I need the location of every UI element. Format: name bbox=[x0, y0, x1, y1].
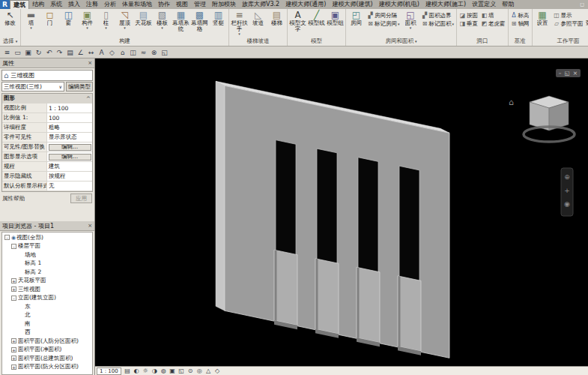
window-opening[interactable] bbox=[398, 166, 421, 356]
edit-type-button[interactable]: 编辑类型 bbox=[66, 82, 93, 92]
save-icon[interactable]: ▣ bbox=[23, 47, 33, 58]
tree-expander[interactable]: - bbox=[11, 244, 16, 249]
ribbon-minimize-icon[interactable]: ◻ bbox=[576, 0, 588, 9]
ribbon-tab[interactable]: 建模大师(施工) bbox=[422, 0, 469, 9]
sun-path-icon[interactable]: ☼ bbox=[142, 368, 150, 374]
apply-button[interactable]: 应用 bbox=[70, 194, 92, 203]
ribbon-tab[interactable]: 协作 bbox=[155, 0, 173, 9]
analytical-model-icon[interactable]: △ bbox=[204, 368, 213, 374]
tree-item[interactable]: - 楼层平面 bbox=[2, 242, 92, 251]
area-button[interactable]: ◱ 面积 ▾ bbox=[401, 10, 420, 37]
ribbon-button[interactable]: ▧ 楼板 ▾ bbox=[153, 10, 172, 37]
navigation-wheel-icon[interactable]: ⊕ bbox=[564, 173, 570, 181]
set-work-plane-button[interactable]: ▦ 设置 bbox=[533, 10, 552, 37]
ribbon-button[interactable]: ≡ 栏杆扶手 ▾ bbox=[230, 10, 249, 37]
tree-item[interactable]: 场地 bbox=[2, 250, 92, 260]
ribbon-tab[interactable]: 帮助 bbox=[499, 0, 517, 9]
project-browser-title-bar[interactable]: 项目浏览器 - 项目1 × bbox=[0, 221, 94, 231]
close-icon[interactable]: × bbox=[88, 60, 92, 66]
thin-lines-icon[interactable]: ≈ bbox=[139, 47, 148, 58]
tree-item[interactable]: + 面积平面(总建筑面积) bbox=[2, 354, 92, 363]
property-row[interactable]: 规程 建筑 bbox=[2, 162, 92, 172]
room-button[interactable]: ◰ 房间 bbox=[347, 10, 366, 37]
redo-icon[interactable]: ↷ bbox=[55, 47, 64, 58]
undo-icon[interactable]: ↶ bbox=[44, 47, 54, 58]
tree-item[interactable]: + 面积平面(净面积) bbox=[2, 346, 92, 355]
ribbon-button[interactable]: ▥ 竖梃 bbox=[209, 10, 228, 37]
crop-view-icon[interactable]: ▣ bbox=[169, 368, 177, 374]
render-icon[interactable]: ◍ bbox=[160, 368, 168, 374]
tree-expander[interactable]: + bbox=[11, 286, 16, 292]
tree-item[interactable]: - ◉ 视图(全部) bbox=[2, 233, 92, 242]
home-icon[interactable]: ⌂ bbox=[509, 98, 514, 107]
ribbon-button[interactable]: ◻ 门 bbox=[40, 10, 59, 37]
property-value[interactable]: ^ bbox=[85, 94, 92, 103]
ribbon-button[interactable]: A 模型文字 bbox=[288, 10, 307, 37]
tree-expander[interactable]: + bbox=[11, 347, 16, 352]
visual-style-icon[interactable]: ◐ bbox=[133, 368, 141, 374]
tree-item[interactable]: + 三维视图 bbox=[2, 285, 92, 294]
ribbon-button[interactable]: ▬ 墙 ▾ bbox=[22, 10, 40, 37]
tree-expander[interactable]: + bbox=[11, 278, 16, 284]
close-icon[interactable]: × bbox=[88, 223, 92, 229]
section-icon[interactable]: ◫ bbox=[128, 47, 138, 58]
property-row[interactable]: 图形 ^ bbox=[2, 94, 92, 104]
ribbon-tab[interactable]: 管理 bbox=[191, 0, 209, 9]
tree-expander[interactable]: + bbox=[11, 364, 16, 370]
tree-expander[interactable]: - bbox=[11, 296, 16, 301]
ribbon-tab[interactable]: 附加模块 bbox=[209, 0, 239, 9]
property-row[interactable]: 比例值 1: 100 bbox=[2, 113, 92, 123]
show-crop-region-icon[interactable]: ◱ bbox=[178, 368, 186, 374]
tree-item[interactable]: 标高 2 bbox=[2, 268, 92, 277]
tree-expander[interactable]: - bbox=[4, 235, 10, 240]
ribbon-tab[interactable]: 建模大师(建筑) bbox=[329, 0, 375, 9]
viewer-button[interactable]: ◲ 查看器 bbox=[585, 10, 588, 37]
pan-icon[interactable]: + bbox=[564, 187, 570, 194]
reveal-hidden-elements-icon[interactable]: ◎ bbox=[196, 368, 204, 374]
property-value[interactable]: 1 : 100 bbox=[47, 104, 92, 112]
tree-item[interactable]: 北 bbox=[2, 311, 92, 320]
property-value[interactable]: 无 bbox=[47, 182, 92, 190]
property-row[interactable]: 显示隐藏线 按规程 bbox=[2, 172, 92, 182]
window-opening[interactable] bbox=[357, 157, 380, 346]
ribbon-small-button[interactable]: ◪ 按面 bbox=[458, 11, 479, 20]
property-value[interactable]: 100 bbox=[47, 113, 92, 122]
ribbon-small-button[interactable]: ▞ 房间分隔 bbox=[366, 11, 401, 20]
tree-expander[interactable]: + bbox=[11, 338, 16, 344]
ribbon-button[interactable]: ▩ 幕墙网格 bbox=[190, 10, 209, 37]
properties-title-bar[interactable]: 属性 × bbox=[0, 58, 94, 68]
property-value[interactable]: 编辑... bbox=[49, 154, 91, 160]
instance-filter-dropdown[interactable]: 三维视图(三维) ∨ bbox=[1, 82, 64, 92]
tree-item[interactable]: + 面积平面(防火分区面积) bbox=[2, 363, 92, 372]
ribbon-tab[interactable]: 建模大师(通用) bbox=[282, 0, 329, 9]
ribbon-tab[interactable]: 建筑 bbox=[10, 0, 29, 9]
properties-help-link[interactable]: 属性帮助 bbox=[2, 195, 25, 202]
default-3d-view-icon[interactable]: ⌂ bbox=[118, 47, 127, 58]
ribbon-tab[interactable]: 结构 bbox=[29, 0, 47, 9]
zoom-icon[interactable]: ◉ bbox=[564, 200, 570, 208]
ribbon-button[interactable]: ╱ 模型线 bbox=[307, 10, 326, 37]
property-row[interactable]: 零件可见性 显示原状态 bbox=[2, 133, 92, 142]
property-row[interactable]: 详细程度 粗略 bbox=[2, 123, 92, 133]
close-hidden-windows-icon[interactable]: ⊗ bbox=[149, 47, 159, 58]
ribbon-button[interactable]: ◺ 坡道 bbox=[249, 10, 267, 37]
ribbon-button[interactable]: ▤ 天花板 bbox=[134, 10, 153, 37]
print-icon[interactable]: ▤ bbox=[65, 47, 75, 58]
property-value[interactable]: 粗略 bbox=[47, 123, 92, 132]
ribbon-small-button[interactable]: ▱ 参照平面 bbox=[552, 20, 585, 28]
sync-icon[interactable]: ↻ bbox=[34, 47, 43, 58]
window-opening[interactable] bbox=[315, 148, 339, 338]
tree-item[interactable]: 标高 1 bbox=[2, 260, 92, 268]
tree-item[interactable]: 西 bbox=[2, 328, 92, 338]
tree-item[interactable]: - 立面(建筑立面) bbox=[2, 294, 92, 303]
ribbon-tab[interactable]: 注释 bbox=[83, 0, 101, 9]
ribbon-tab[interactable]: 插入 bbox=[65, 0, 83, 9]
ribbon-small-button[interactable]: ▞ 面积边界 bbox=[420, 11, 456, 20]
ribbon-tab[interactable]: 视图 bbox=[173, 0, 191, 9]
wall-3d-model[interactable] bbox=[216, 81, 449, 362]
restore-view-icon[interactable]: ◱ bbox=[565, 70, 570, 76]
view-cube[interactable]: ⌂ bbox=[509, 96, 575, 142]
ribbon-button[interactable]: ▤ 楼梯 bbox=[267, 10, 286, 37]
temporary-hide-isolate-icon[interactable]: ⊙ bbox=[187, 368, 195, 374]
tree-expander[interactable]: + bbox=[11, 356, 16, 361]
